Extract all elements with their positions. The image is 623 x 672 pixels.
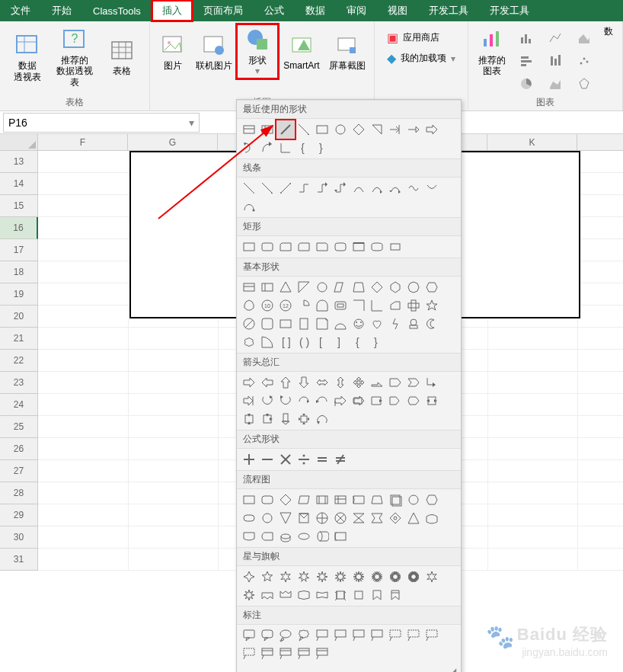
chart-column-button[interactable] — [513, 27, 540, 49]
store-button[interactable]: ▣ 应用商店 — [387, 30, 439, 45]
shape-stars-12[interactable] — [258, 586, 276, 604]
chart-pie-button[interactable] — [513, 73, 540, 94]
shape-recent-15[interactable]: } — [313, 139, 331, 157]
rec-chart-button[interactable]: 推荐的 图表 — [473, 24, 511, 78]
shape-basic-23[interactable] — [258, 315, 276, 333]
name-box[interactable]: P16 — [3, 113, 200, 133]
shape-arrows-10[interactable] — [423, 373, 441, 392]
shape-basic-16[interactable] — [331, 296, 350, 315]
shape-arrows-13[interactable] — [276, 392, 295, 410]
shape-flow-3[interactable] — [295, 491, 313, 509]
shape-rects-1[interactable] — [258, 238, 276, 256]
row-header-25[interactable]: 25 — [0, 416, 38, 438]
shape-flow-26[interactable] — [313, 527, 331, 546]
shape-arrows-18[interactable] — [368, 392, 386, 410]
row-header-21[interactable]: 21 — [0, 328, 38, 350]
shape-rects-3[interactable] — [295, 238, 313, 256]
tab-formulas[interactable]: 公式 — [254, 0, 295, 21]
row-header-14[interactable]: 14 — [0, 173, 38, 195]
shape-flow-21[interactable] — [423, 509, 441, 527]
shape-basic-15[interactable] — [313, 296, 331, 315]
shape-lines-6[interactable] — [350, 179, 368, 197]
shape-stars-13[interactable] — [276, 586, 295, 604]
shape-basic-30[interactable] — [386, 315, 404, 333]
shape-arrows-9[interactable] — [404, 373, 423, 392]
shape-flow-13[interactable] — [276, 509, 295, 527]
shape-flow-22[interactable] — [240, 527, 258, 546]
shape-rects-0[interactable] — [240, 238, 258, 256]
shape-arrows-25[interactable] — [295, 410, 313, 428]
row-header-19[interactable]: 19 — [0, 283, 38, 306]
shape-stars-19[interactable] — [386, 586, 404, 604]
shape-eq-4[interactable] — [313, 450, 331, 469]
shape-recent-12[interactable] — [258, 139, 276, 157]
shape-arrows-15[interactable] — [313, 392, 331, 410]
shape-rects-6[interactable] — [350, 238, 368, 256]
tab-insert[interactable]: 插入 — [152, 0, 193, 21]
shape-flow-2[interactable] — [276, 491, 295, 509]
column-header-G[interactable]: G — [128, 134, 218, 150]
shape-stars-17[interactable] — [350, 586, 368, 604]
shape-basic-31[interactable] — [404, 315, 423, 333]
shape-basic-26[interactable] — [313, 315, 331, 333]
shape-callouts-6[interactable] — [350, 626, 368, 645]
row-header-18[interactable]: 18 — [0, 261, 38, 283]
shape-flow-0[interactable] — [240, 491, 258, 509]
shape-stars-6[interactable] — [350, 568, 368, 586]
shape-arrows-1[interactable] — [258, 373, 276, 392]
shape-callouts-7[interactable] — [368, 626, 386, 645]
shape-basic-6[interactable] — [350, 278, 368, 296]
shape-recent-11[interactable] — [240, 139, 258, 157]
screenshot-button[interactable]: 屏幕截图 — [325, 24, 369, 78]
rec-pivot-button[interactable]: ? 推荐的 数据透视表 — [52, 24, 97, 89]
shape-flow-5[interactable] — [331, 491, 350, 509]
more-charts-button[interactable]: 数 — [599, 24, 618, 38]
tab-data[interactable]: 数据 — [295, 0, 336, 21]
shape-arrows-19[interactable] — [386, 392, 404, 410]
chart-bar-button[interactable] — [513, 50, 540, 72]
shape-eq-0[interactable] — [240, 450, 258, 469]
shape-flow-20[interactable] — [404, 509, 423, 527]
shape-arrows-23[interactable] — [258, 410, 276, 428]
shape-recent-8[interactable] — [386, 120, 404, 139]
shape-rects-7[interactable] — [368, 238, 386, 256]
shape-stars-10[interactable] — [423, 568, 441, 586]
shape-basic-9[interactable] — [404, 278, 423, 296]
shape-basic-27[interactable] — [331, 315, 350, 333]
shape-arrows-11[interactable] — [240, 392, 258, 410]
shape-flow-23[interactable] — [258, 527, 276, 546]
shape-flow-27[interactable] — [331, 527, 350, 546]
shape-rects-2[interactable] — [276, 238, 295, 256]
shapes-button[interactable]: 形状 ▾ — [237, 24, 278, 78]
shape-stars-15[interactable] — [313, 586, 331, 604]
shape-flow-12[interactable] — [258, 509, 276, 527]
shape-callouts-14[interactable] — [295, 645, 313, 663]
shape-basic-13[interactable]: 12 — [276, 296, 295, 315]
shape-basic-11[interactable] — [240, 296, 258, 315]
shape-basic-32[interactable] — [423, 315, 441, 333]
shape-arrows-20[interactable] — [404, 392, 423, 410]
row-header-16[interactable]: 16 — [0, 217, 38, 239]
shape-rects-5[interactable] — [331, 238, 350, 256]
shape-callouts-2[interactable] — [276, 626, 295, 645]
shape-callouts-15[interactable] — [313, 645, 331, 663]
row-header-17[interactable]: 17 — [0, 239, 38, 261]
shape-recent-10[interactable] — [423, 120, 441, 139]
chart-area-button[interactable] — [570, 27, 598, 49]
shape-arrows-24[interactable] — [276, 410, 295, 428]
shape-flow-9[interactable] — [404, 491, 423, 509]
shape-rects-8[interactable] — [386, 238, 404, 256]
shape-basic-39[interactable]: { — [350, 333, 368, 351]
shape-stars-0[interactable] — [240, 568, 258, 586]
shape-recent-14[interactable]: { — [295, 139, 313, 157]
shape-lines-8[interactable] — [386, 179, 404, 197]
shape-basic-33[interactable] — [240, 333, 258, 351]
shape-stars-16[interactable] — [331, 586, 350, 604]
shape-basic-10[interactable] — [423, 278, 441, 296]
shape-stars-11[interactable] — [240, 586, 258, 604]
shape-flow-17[interactable] — [350, 509, 368, 527]
shape-arrows-26[interactable] — [313, 410, 331, 428]
tab-developer[interactable]: 开发工具 — [418, 0, 479, 21]
row-header-28[interactable]: 28 — [0, 482, 38, 504]
row-header-29[interactable]: 29 — [0, 504, 38, 526]
